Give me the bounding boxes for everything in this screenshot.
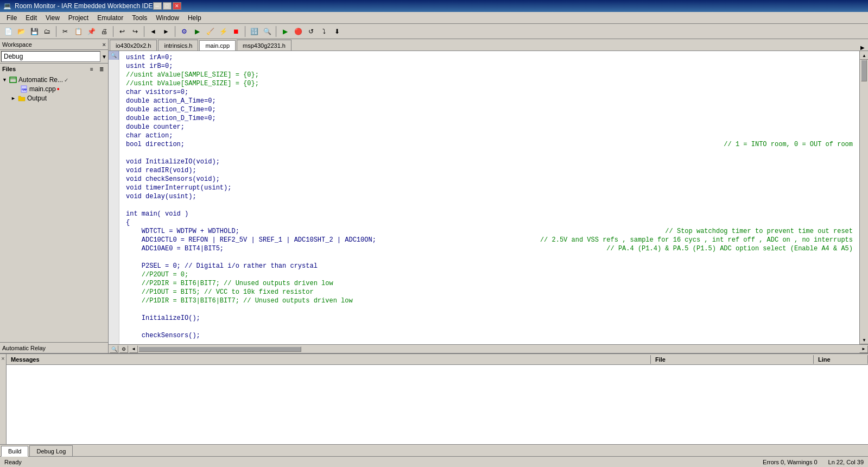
tab-debug-log[interactable]: Debug Log <box>29 445 73 456</box>
menu-file[interactable]: File <box>2 12 21 23</box>
print-button[interactable]: 🖨 <box>98 26 110 37</box>
bottom-vstrip: × <box>0 354 7 444</box>
nav-forward-button[interactable]: ► <box>160 26 172 37</box>
collapse-all-icon[interactable]: ≣ <box>97 65 106 73</box>
bottom-close-icon[interactable]: × <box>1 355 4 362</box>
editor-area: io430x20x2.h intrinsics.h main.cpp msp43… <box>109 39 868 353</box>
tab-intrinsics[interactable]: intrinsics.h <box>158 40 198 51</box>
file-col-header: File <box>651 355 814 364</box>
code-editor[interactable]: usint irA=0;usint irB=0;//usint aValue[S… <box>119 51 859 344</box>
find-button[interactable]: 🔍 <box>261 26 273 37</box>
toolbar-sep2 <box>113 26 113 37</box>
compile-button[interactable]: ⚙ <box>178 26 190 37</box>
modified-dot: • <box>57 85 60 93</box>
redo-button[interactable]: ↪ <box>129 26 141 37</box>
titlebar: 💻 Room Monitor - IAR Embedded Workbench … <box>0 0 868 12</box>
hscroll-icon2[interactable]: ⚙ <box>119 345 128 353</box>
maximize-button[interactable]: □ <box>163 2 172 10</box>
app-icon: 💻 <box>3 2 11 10</box>
copy-button[interactable]: 📋 <box>72 26 84 37</box>
goto-line-button[interactable]: 🔢 <box>248 26 260 37</box>
debug-config-row: Debug Release ▼ <box>0 50 108 64</box>
hscroll-icon1[interactable]: 🔍 <box>110 345 118 353</box>
debug-step-over-button[interactable]: ⤵ <box>318 26 330 37</box>
tab-main-cpp[interactable]: main.cpp <box>199 40 236 51</box>
build-button[interactable]: ▶ <box>191 26 203 37</box>
tree-main-cpp[interactable]: cpp main.cpp • <box>0 84 108 94</box>
debug-stop-button[interactable]: 🔴 <box>292 26 304 37</box>
expand-all-icon[interactable]: ≡ <box>87 65 96 73</box>
stop-build-button[interactable]: ⏹ <box>230 26 242 37</box>
hscroll-thumb[interactable] <box>138 346 301 352</box>
hscroll-left-arrow[interactable]: ◄ <box>129 345 138 353</box>
nav-back-button[interactable]: ◄ <box>147 26 159 37</box>
menu-tools[interactable]: Tools <box>128 12 151 23</box>
tree-project-root[interactable]: ▼ Automatic Re... ✓ <box>0 75 108 84</box>
workspace-title: Workspace <box>2 41 32 48</box>
hscroll-track[interactable] <box>138 346 859 352</box>
scroll-up-arrow[interactable]: ▲ <box>860 51 868 60</box>
minimize-button[interactable]: ─ <box>153 2 162 10</box>
titlebar-controls: ─ □ ✕ <box>153 2 181 10</box>
save-all-button[interactable]: 🗂 <box>41 26 53 37</box>
status-left: Ready <box>4 459 22 465</box>
code-container[interactable]: 🔍 usint irA=0;usint irB=0;//usint aValue… <box>109 51 868 344</box>
ready-status: Ready <box>4 459 22 465</box>
scroll-thumb[interactable] <box>861 60 867 81</box>
workspace-close-button[interactable]: × <box>103 41 106 48</box>
menu-window[interactable]: Window <box>151 12 183 23</box>
tab-bar: io430x20x2.h intrinsics.h main.cpp msp43… <box>109 39 868 51</box>
menu-edit[interactable]: Edit <box>21 12 41 23</box>
debug-reset-button[interactable]: ↺ <box>305 26 317 37</box>
scroll-track[interactable] <box>860 60 868 336</box>
save-button[interactable]: 💾 <box>28 26 40 37</box>
new-file-button[interactable]: 📄 <box>2 26 14 37</box>
cursor-position-status: Ln 22, Col 39 <box>828 459 864 465</box>
errors-warnings-status: Errors 0, Warnings 0 <box>763 459 817 465</box>
toolbar-sep3 <box>144 26 144 37</box>
clean-button[interactable]: 🧹 <box>204 26 216 37</box>
debug-step-into-button[interactable]: ⬇ <box>331 26 343 37</box>
main-cpp-label: main.cpp <box>29 85 56 93</box>
menu-view[interactable]: View <box>41 12 64 23</box>
menu-emulator[interactable]: Emulator <box>93 12 128 23</box>
bottom-content: × Messages File Line <box>0 354 868 444</box>
toolbar-sep5 <box>245 26 245 37</box>
tab-msp430[interactable]: msp430g2231.h <box>237 40 292 51</box>
menu-help[interactable]: Help <box>183 12 206 23</box>
project-check-icon: ✓ <box>64 77 68 83</box>
expand-output-icon: ► <box>11 96 17 101</box>
bottom-panel: × Messages File Line Build Debug Log <box>0 353 868 456</box>
hscroll-right-arrow[interactable]: ► <box>859 345 868 353</box>
statusbar: Ready Errors 0, Warnings 0 Ln 22, Col 39 <box>0 456 868 467</box>
bottom-messages-area: Messages File Line <box>7 354 868 444</box>
svg-rect-0 <box>10 77 16 83</box>
code-content: usint irA=0;usint irB=0;//usint aValue[S… <box>119 51 859 342</box>
open-button[interactable]: 📂 <box>15 26 27 37</box>
paste-button[interactable]: 📌 <box>85 26 97 37</box>
editor-hscrollbar[interactable]: 🔍 ⚙ ◄ ► <box>109 344 868 353</box>
folder-icon <box>17 94 26 102</box>
files-header: Files ≡ ≣ <box>0 64 108 74</box>
tab-io430[interactable]: io430x20x2.h <box>110 40 157 51</box>
debug-config-dropdown[interactable]: Debug Release <box>1 51 100 62</box>
toolbar-sep6 <box>276 26 276 37</box>
tab-build[interactable]: Build <box>1 446 28 457</box>
debug-go-button[interactable]: ▶ <box>279 26 291 37</box>
files-toolbar: ≡ ≣ <box>87 65 106 73</box>
tab-scroll-button[interactable]: ▶ <box>858 45 867 51</box>
toolbar-sep1 <box>56 26 56 37</box>
file-tree: ▼ Automatic Re... ✓ cpp <box>0 74 108 342</box>
cut-button[interactable]: ✂ <box>59 26 71 37</box>
menu-project[interactable]: Project <box>64 12 93 23</box>
status-right: Errors 0, Warnings 0 Ln 22, Col 39 <box>763 459 864 465</box>
expand-icon: ▼ <box>2 77 9 83</box>
tree-output-folder[interactable]: ► Output <box>0 94 108 103</box>
build-all-button[interactable]: ⚡ <box>217 26 229 37</box>
close-button[interactable]: ✕ <box>173 2 181 10</box>
scroll-down-arrow[interactable]: ▼ <box>860 336 868 344</box>
line-gutter-icon: 🔍 <box>109 51 119 60</box>
undo-button[interactable]: ↩ <box>116 26 128 37</box>
editor-vscrollbar[interactable]: ▲ ▼ <box>859 51 868 344</box>
toolbar-sep4 <box>175 26 175 37</box>
